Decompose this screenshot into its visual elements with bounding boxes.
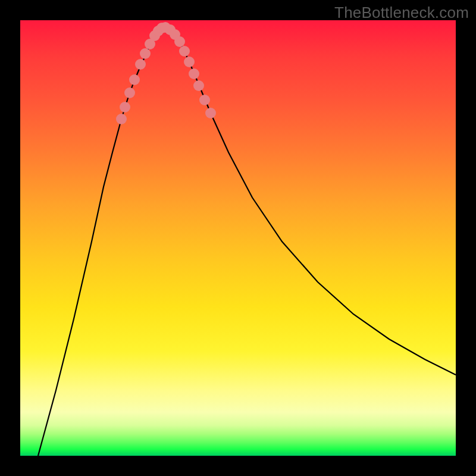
curve-marker xyxy=(116,114,127,124)
watermark-text: TheBottleneck.com xyxy=(334,4,469,22)
chart-frame: TheBottleneck.com xyxy=(0,0,476,476)
curve-marker xyxy=(179,46,190,57)
curve-marker xyxy=(189,68,199,79)
curve-markers xyxy=(116,22,216,124)
curve-marker xyxy=(193,80,204,91)
curve-marker xyxy=(129,74,140,85)
curve-marker xyxy=(124,87,135,98)
curve-marker xyxy=(135,59,146,70)
curve-marker xyxy=(174,36,185,47)
bottleneck-curve xyxy=(38,27,456,456)
curve-marker xyxy=(205,108,216,118)
curve-marker xyxy=(120,102,130,112)
chart-svg xyxy=(20,20,456,456)
curve-marker xyxy=(199,95,210,105)
curve-marker xyxy=(140,48,151,59)
curve-marker xyxy=(184,57,195,67)
